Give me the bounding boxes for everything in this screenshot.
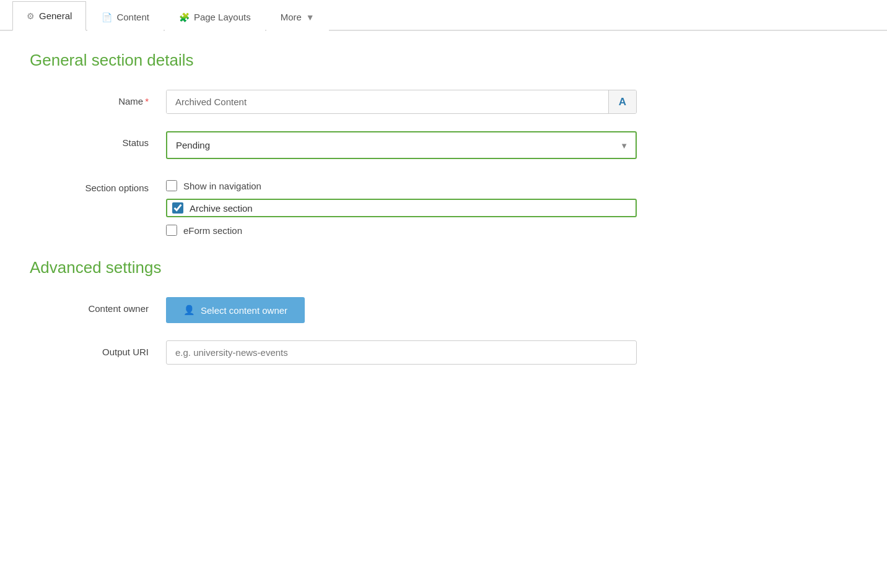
archive-section-label: Archive section [190,203,253,214]
archive-section-checkbox[interactable] [172,202,183,214]
tab-general[interactable]: ⚙ General [12,1,86,31]
advanced-section-heading: Advanced settings [30,258,837,277]
eform-section-checkbox-item[interactable]: eForm section [166,225,637,236]
section-options-wrap: Show in navigation Archive section eForm… [166,176,637,236]
status-label: Status [30,131,166,148]
content-owner-label: Content owner [30,297,166,314]
output-uri-label: Output URI [30,340,166,357]
name-input-container: A [166,90,637,114]
tab-content[interactable]: 📄 Content [87,2,164,31]
tab-more-label: More [281,12,302,22]
eform-section-checkbox[interactable] [166,225,177,236]
status-select-wrap: Pending Live Disabled ▼ [166,131,637,159]
tab-content-label: Content [116,12,149,22]
name-form-group: Name* A [30,90,837,114]
general-section-heading: General section details [30,51,837,70]
main-content: General section details Name* A Status P… [0,31,867,402]
tab-page-layouts[interactable]: 🧩 Page Layouts [165,2,265,31]
chevron-down-icon: ▼ [306,12,315,22]
show-in-nav-label: Show in navigation [183,181,261,191]
section-options-form-group: Section options Show in navigation Archi… [30,176,837,236]
name-input-wrap: A [166,90,637,114]
status-select[interactable]: Pending Live Disabled [167,132,636,158]
page-layouts-icon: 🧩 [179,12,190,22]
status-select-container: Pending Live Disabled ▼ [166,131,637,159]
tab-more[interactable]: More ▼ [266,2,329,31]
output-uri-wrap [166,340,637,365]
name-font-button[interactable]: A [608,90,636,113]
show-in-nav-checkbox-item[interactable]: Show in navigation [166,180,637,191]
section-options-label: Section options [30,176,166,193]
name-label: Name* [30,90,166,106]
archive-section-checkbox-wrapper: Archive section [166,199,637,217]
output-uri-input[interactable] [166,340,637,365]
content-owner-form-group: Content owner 👤 Select content owner [30,297,837,323]
tabs-bar: ⚙ General 📄 Content 🧩 Page Layouts More … [0,0,887,31]
content-owner-wrap: 👤 Select content owner [166,297,637,323]
tab-general-label: General [39,11,72,21]
show-in-nav-checkbox[interactable] [166,180,177,191]
select-owner-btn-label: Select content owner [201,305,287,316]
content-icon: 📄 [102,12,112,22]
eform-section-label: eForm section [183,225,242,236]
name-input[interactable] [167,90,608,113]
status-form-group: Status Pending Live Disabled ▼ [30,131,837,159]
output-uri-form-group: Output URI [30,340,837,365]
general-icon: ⚙ [27,11,35,21]
tab-page-layouts-label: Page Layouts [194,12,251,22]
person-icon: 👤 [183,305,195,316]
select-content-owner-button[interactable]: 👤 Select content owner [166,297,305,323]
checkbox-group: Show in navigation Archive section eForm… [166,176,637,236]
